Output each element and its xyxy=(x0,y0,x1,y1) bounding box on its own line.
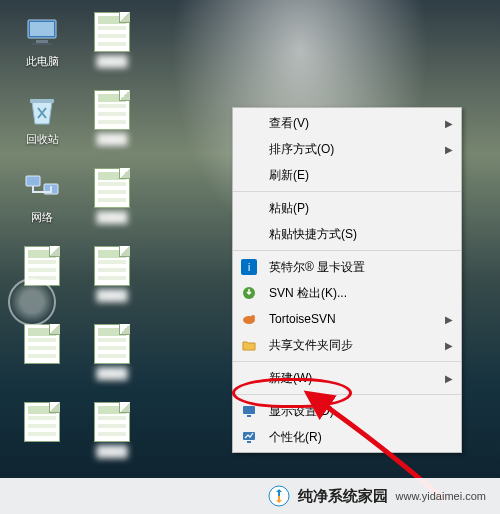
desktop-icon-label: ████ xyxy=(82,367,142,380)
network-icon xyxy=(22,168,62,208)
menu-item-label: 粘贴快捷方式(S) xyxy=(269,226,453,243)
chevron-right-icon: ▶ xyxy=(445,340,453,351)
tortoisesvn-icon xyxy=(239,309,259,329)
desktop-wallpaper[interactable]: 此电脑 回收站 网络 ████ ████ ████ ████ xyxy=(0,0,500,514)
menu-item-label: 英特尔® 显卡设置 xyxy=(269,259,453,276)
brand-url: www.yidaimei.com xyxy=(396,490,486,502)
desktop-icon-file[interactable]: ████ xyxy=(82,168,142,224)
assistive-touch-circle[interactable] xyxy=(8,278,56,326)
desktop-icon-network[interactable]: 网络 xyxy=(12,168,72,224)
desktop-icon-label: 网络 xyxy=(12,211,72,224)
desktop-context-menu: 查看(V)▶ 排序方式(O)▶ 刷新(E) 粘贴(P) 粘贴快捷方式(S) i … xyxy=(232,107,462,453)
desktop-icon-file[interactable]: ████ xyxy=(82,402,142,458)
desktop-icon-label: 此电脑 xyxy=(12,55,72,68)
excel-file-icon xyxy=(94,246,130,286)
svg-rect-4 xyxy=(30,99,54,103)
desktop-icon-file[interactable] xyxy=(12,324,72,367)
desktop-icon-file[interactable]: ████ xyxy=(82,90,142,146)
personalize-icon xyxy=(239,427,259,447)
excel-file-icon xyxy=(94,12,130,52)
desktop-icon-this-pc[interactable]: 此电脑 xyxy=(12,12,72,68)
desktop-icon-label: ████ xyxy=(82,55,142,68)
menu-item-label: 刷新(E) xyxy=(269,167,453,184)
svg-rect-5 xyxy=(26,176,40,186)
svg-rect-12 xyxy=(243,406,255,414)
menu-item-display-settings[interactable]: 显示设置(D) xyxy=(233,398,461,424)
chevron-right-icon: ▶ xyxy=(445,118,453,129)
svg-rect-3 xyxy=(32,43,52,45)
svg-rect-15 xyxy=(247,441,251,443)
svg-rect-1 xyxy=(30,22,54,36)
excel-file-icon xyxy=(94,168,130,208)
brand-name: 纯净系统家园 xyxy=(298,487,388,506)
menu-item-paste-shortcut[interactable]: 粘贴快捷方式(S) xyxy=(233,221,461,247)
excel-file-icon xyxy=(24,324,60,364)
excel-file-icon xyxy=(94,90,130,130)
excel-file-icon xyxy=(94,402,130,442)
menu-item-label: 查看(V) xyxy=(269,115,441,132)
menu-item-refresh[interactable]: 刷新(E) xyxy=(233,162,461,188)
chevron-right-icon: ▶ xyxy=(445,144,453,155)
folder-sync-icon xyxy=(239,335,259,355)
excel-file-icon xyxy=(24,402,60,442)
menu-item-label: 粘贴(P) xyxy=(269,200,453,217)
desktop-icon-label: ████ xyxy=(82,289,142,302)
desktop-icon-file[interactable]: ████ xyxy=(82,246,142,302)
desktop-icon-label: ████ xyxy=(82,133,142,146)
menu-item-label: 排序方式(O) xyxy=(269,141,441,158)
svg-point-11 xyxy=(251,315,255,319)
svg-rect-13 xyxy=(247,415,251,417)
brand-logo-icon xyxy=(268,485,290,507)
desktop-icon-label: ████ xyxy=(82,445,142,458)
excel-file-icon xyxy=(94,324,130,364)
menu-item-tortoisesvn[interactable]: TortoiseSVN▶ xyxy=(233,306,461,332)
svg-text:i: i xyxy=(248,262,250,273)
menu-item-view[interactable]: 查看(V)▶ xyxy=(233,110,461,136)
desktop-icon-label: ████ xyxy=(82,211,142,224)
menu-item-label: SVN 检出(K)... xyxy=(269,285,453,302)
intel-icon: i xyxy=(239,257,259,277)
desktop-icon-file[interactable]: ████ xyxy=(82,324,142,380)
desktop-icon-recycle-bin[interactable]: 回收站 xyxy=(12,90,72,146)
svg-rect-2 xyxy=(36,40,48,43)
menu-item-intel-graphics[interactable]: i 英特尔® 显卡设置 xyxy=(233,254,461,280)
watermark-bar: 纯净系统家园 www.yidaimei.com xyxy=(0,478,500,514)
display-settings-icon xyxy=(239,401,259,421)
chevron-right-icon: ▶ xyxy=(445,373,453,384)
desktop-icon-file[interactable] xyxy=(12,402,72,445)
menu-item-label: 显示设置(D) xyxy=(269,403,453,420)
menu-item-sort[interactable]: 排序方式(O)▶ xyxy=(233,136,461,162)
menu-item-new[interactable]: 新建(W)▶ xyxy=(233,365,461,391)
menu-item-svn-checkout[interactable]: SVN 检出(K)... xyxy=(233,280,461,306)
this-pc-icon xyxy=(22,12,62,52)
menu-item-label: TortoiseSVN xyxy=(269,312,441,326)
desktop-icon-file[interactable]: ████ xyxy=(82,12,142,68)
svn-checkout-icon xyxy=(239,283,259,303)
menu-item-shared-folder-sync[interactable]: 共享文件夹同步▶ xyxy=(233,332,461,358)
recycle-bin-icon xyxy=(22,90,62,130)
menu-item-label: 共享文件夹同步 xyxy=(269,337,441,354)
menu-item-paste[interactable]: 粘贴(P) xyxy=(233,195,461,221)
menu-item-personalize[interactable]: 个性化(R) xyxy=(233,424,461,450)
menu-item-label: 个性化(R) xyxy=(269,429,453,446)
chevron-right-icon: ▶ xyxy=(445,314,453,325)
menu-item-label: 新建(W) xyxy=(269,370,441,387)
desktop-icon-label: 回收站 xyxy=(12,133,72,146)
